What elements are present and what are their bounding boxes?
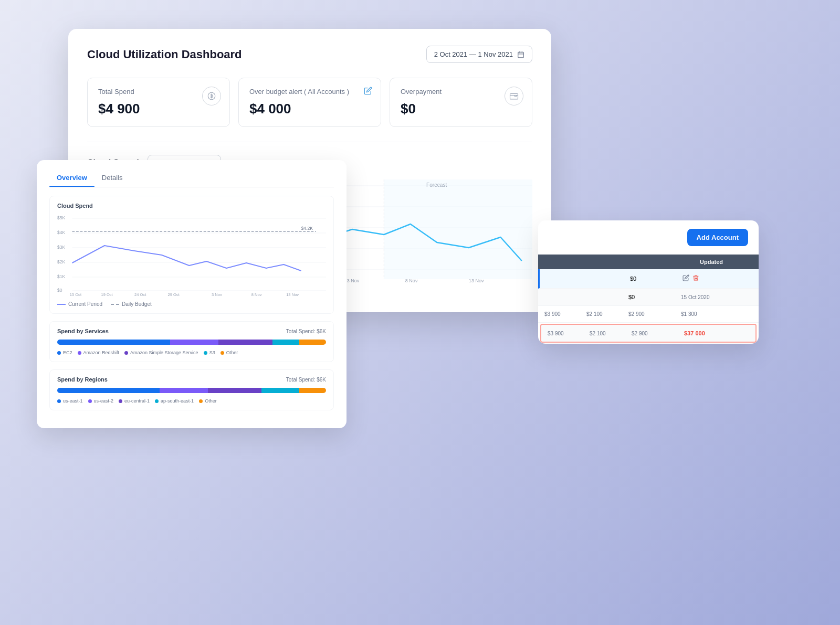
accounts-header: Add Account (538, 220, 759, 255)
overpayment-icon (505, 87, 523, 105)
row4-col3: $2 900 (632, 331, 684, 336)
row4-col1: $3 900 (548, 331, 590, 336)
other-regions-bar (299, 388, 326, 393)
dot-other-services (220, 351, 224, 355)
dot-s3-storage (124, 351, 128, 355)
dot-s3 (204, 351, 207, 355)
label-us-east-2: us-east-2 (94, 398, 114, 404)
row3-col2: $2 100 (586, 311, 628, 317)
edit-button[interactable] (682, 274, 689, 283)
label-ec2: EC2 (63, 350, 72, 355)
label-s3: S3 (209, 350, 215, 355)
svg-rect-16 (384, 179, 532, 279)
total-spend-label: Total Spend (98, 88, 219, 96)
table-row: $3 900 $2 100 $2 900 $1 300 (538, 306, 759, 323)
legend-s3-storage: Amazon Simple Storage Service (124, 350, 198, 355)
legend-budget-label: Daily Budget (122, 301, 152, 307)
dot-other-regions (199, 399, 203, 403)
redshift-bar (170, 340, 218, 345)
svg-text:$5K: $5K (57, 215, 65, 220)
dot-us-east-1 (57, 399, 61, 403)
label-eu-central: eu-central-1 (124, 398, 150, 404)
tab-details[interactable]: Details (94, 171, 130, 187)
cloud-spend-mini-chart: Cloud Spend $5K $4K $3K $2K $1K $0 $4.2K (49, 196, 334, 314)
delete-button[interactable] (692, 274, 699, 283)
legend-other-regions: Other (199, 398, 217, 404)
svg-text:$3K: $3K (57, 245, 65, 250)
label-other-regions: Other (205, 398, 217, 404)
legend-redshift: Amazon Redshift (78, 350, 120, 355)
dashboard-header: Cloud Utilization Dashboard 2 Oct 2021 —… (87, 46, 532, 63)
label-us-east-1: us-east-1 (63, 398, 83, 404)
row4-amount: $37 000 (684, 330, 726, 336)
row2-amount: $0 (628, 294, 681, 300)
row3-col3: $2 900 (628, 311, 681, 317)
svg-text:24 Oct: 24 Oct (134, 292, 146, 297)
overpayment-value: $0 (401, 101, 521, 117)
svg-text:$1K: $1K (57, 274, 65, 279)
us-east-2-bar (160, 388, 208, 393)
ec2-bar (57, 340, 170, 345)
legend-ap-south: ap-south-east-1 (155, 398, 194, 404)
legend-us-east-1: us-east-1 (57, 398, 83, 404)
legend-current-label: Current Period (68, 301, 102, 307)
services-bar-track (57, 340, 326, 345)
services-title: Spend by Services (57, 328, 109, 334)
other-services-bar (299, 340, 326, 345)
row3-col1: $3 900 (544, 311, 586, 317)
services-total: Total Spend: $6K (286, 329, 326, 334)
svg-text:Forecast: Forecast (426, 182, 447, 188)
tab-overview[interactable]: Overview (49, 171, 94, 187)
table-row: $3 900 $2 100 $2 900 $37 000 (540, 324, 757, 343)
spend-by-services: Spend by Services Total Spend: $6K EC2 A… (49, 321, 334, 362)
legend-line-current (57, 304, 66, 305)
svg-text:13 Nov: 13 Nov (286, 292, 299, 297)
eu-central-1-bar (208, 388, 261, 393)
col-amount-header (544, 259, 586, 265)
legend-daily-budget: Daily Budget (111, 301, 152, 307)
budget-alert-label: Over budget alert ( All Accounts ) (249, 88, 370, 96)
row1-amount: $0 (630, 276, 682, 282)
svg-text:29 Oct: 29 Oct (167, 292, 180, 297)
svg-text:15 Oct: 15 Oct (70, 292, 82, 297)
regions-bar-track (57, 388, 326, 393)
accounts-table-header: Updated (538, 255, 759, 269)
metric-budget-alert: Over budget alert ( All Accounts ) $4 00… (238, 78, 381, 127)
label-s3-storage: Amazon Simple Storage Service (130, 350, 198, 355)
dot-redshift (78, 351, 81, 355)
spend-by-regions: Spend by Regions Total Spend: $6K us-eas… (49, 369, 334, 410)
row3-col4: $1 300 (681, 311, 723, 317)
date-range-text: 2 Oct 2021 — 1 Nov 2021 (434, 50, 513, 58)
add-account-button[interactable]: Add Account (687, 229, 748, 246)
us-east-1-bar (57, 388, 160, 393)
tabs-row: Overview Details (49, 171, 334, 187)
legend-line-budget (111, 304, 119, 305)
spend-icon (202, 87, 221, 105)
row2-date: 15 Oct 2020 (681, 294, 723, 300)
label-redshift: Amazon Redshift (83, 350, 120, 355)
dot-ap-south (155, 399, 159, 403)
mini-chart-title: Cloud Spend (57, 203, 326, 209)
svg-text:13 Nov: 13 Nov (469, 278, 484, 283)
calendar-icon (517, 51, 524, 58)
chart-legend: Current Period Daily Budget (57, 301, 326, 307)
legend-current-period: Current Period (57, 301, 102, 307)
table-row: $0 (538, 269, 759, 289)
svg-text:8 Nov: 8 Nov (405, 278, 418, 283)
regions-title: Spend by Regions (57, 376, 108, 383)
svg-text:$2K: $2K (57, 259, 65, 264)
date-range-button[interactable]: 2 Oct 2021 — 1 Nov 2021 (426, 46, 532, 63)
metrics-row: Total Spend $4 900 Over budget alert ( A… (87, 78, 532, 127)
regions-total: Total Spend: $6K (286, 377, 326, 383)
row4-col2: $2 100 (590, 331, 632, 336)
dot-eu-central (119, 399, 122, 403)
svg-text:8 Nov: 8 Nov (251, 292, 262, 297)
budget-edit-icon[interactable] (364, 87, 372, 97)
metric-overpayment: Overpayment $0 (390, 78, 532, 127)
dot-ec2 (57, 351, 61, 355)
legend-other: Other (220, 350, 238, 355)
svg-rect-5 (510, 94, 518, 100)
svg-text:3 Nov: 3 Nov (347, 278, 360, 283)
overview-card: Overview Details Cloud Spend $5K $4K $3K… (37, 160, 346, 428)
mini-chart-svg-wrapper: $5K $4K $3K $2K $1K $0 $4.2K 15 (57, 213, 326, 297)
